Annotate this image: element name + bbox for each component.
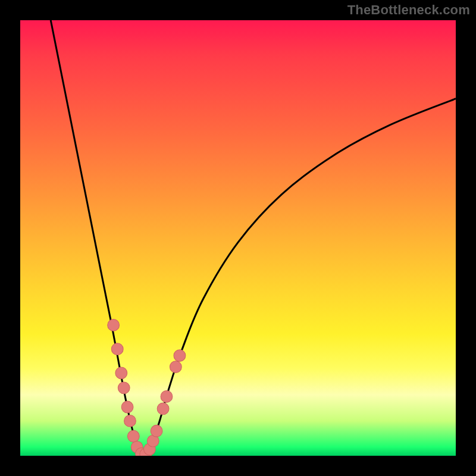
- data-point: [151, 425, 162, 437]
- data-point: [121, 401, 133, 413]
- data-point: [111, 343, 123, 355]
- data-point: [127, 430, 139, 442]
- data-point: [157, 403, 169, 415]
- data-point: [118, 382, 130, 394]
- bottleneck-curve: [20, 20, 456, 456]
- curve-right: [145, 99, 456, 456]
- data-point: [174, 350, 186, 362]
- data-point: [115, 367, 127, 379]
- watermark-text: TheBottleneck.com: [347, 2, 470, 18]
- data-point: [161, 391, 173, 403]
- chart-frame: TheBottleneck.com: [0, 0, 476, 476]
- data-point: [170, 361, 181, 373]
- data-point: [124, 415, 136, 427]
- data-point: [108, 320, 120, 331]
- plot-area: [20, 20, 456, 456]
- curve-left: [51, 20, 144, 456]
